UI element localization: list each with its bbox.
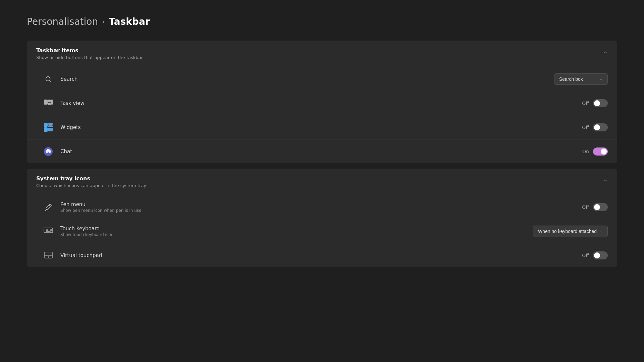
- chat-toggle[interactable]: [593, 147, 608, 156]
- taskbar-items-subtitle: Show or hide buttons that appear on the …: [36, 55, 143, 60]
- system-tray-section: System tray icons Choose which icons can…: [27, 169, 617, 267]
- virtual-touchpad-toggle-thumb: [594, 252, 600, 258]
- widgets-toggle[interactable]: [593, 123, 608, 131]
- virtual-touchpad-label: Virtual touchpad: [60, 252, 102, 258]
- task-view-label: Task view: [60, 100, 85, 106]
- task-view-toggle[interactable]: [593, 99, 608, 107]
- touch-keyboard-label: Touch keyboard: [60, 226, 113, 232]
- svg-rect-6: [44, 123, 48, 127]
- virtual-touchpad-setting-row: Virtual touchpad Off: [27, 243, 617, 267]
- pen-menu-toggle-track: [593, 203, 608, 211]
- task-view-status: Off: [582, 101, 589, 106]
- svg-rect-7: [48, 123, 53, 125]
- chat-label: Chat: [60, 148, 72, 155]
- touch-keyboard-dropdown-value: When no keyboard attached: [538, 229, 597, 234]
- chat-toggle-thumb: [601, 148, 607, 155]
- breadcrumb: Personalisation › Taskbar: [27, 16, 617, 27]
- chat-setting-row: Chat On: [27, 139, 617, 163]
- taskbar-items-title: Taskbar items: [36, 47, 143, 54]
- svg-rect-16: [44, 228, 53, 233]
- taskbar-items-section: Taskbar items Show or hide buttons that …: [27, 41, 617, 163]
- virtual-touchpad-toggle[interactable]: [593, 251, 608, 259]
- virtual-touchpad-status: Off: [582, 253, 589, 258]
- svg-point-15: [45, 210, 46, 211]
- system-tray-header[interactable]: System tray icons Choose which icons can…: [27, 169, 617, 195]
- task-view-toggle-track: [593, 99, 608, 107]
- touch-keyboard-description: Show touch keyboard icon: [60, 232, 113, 237]
- touch-keyboard-dropdown[interactable]: When no keyboard attached ⌄: [533, 226, 608, 237]
- svg-point-14: [47, 149, 50, 152]
- breadcrumb-current: Taskbar: [109, 16, 150, 27]
- widgets-toggle-track: [593, 123, 608, 131]
- taskbar-items-header[interactable]: Taskbar items Show or hide buttons that …: [27, 41, 617, 67]
- svg-rect-3: [48, 100, 51, 102]
- task-view-toggle-thumb: [594, 100, 600, 106]
- pen-menu-label: Pen menu: [60, 201, 141, 207]
- touch-keyboard-dropdown-chevron-icon: ⌄: [599, 229, 603, 234]
- pen-menu-icon: [43, 202, 54, 213]
- touch-keyboard-icon: [43, 226, 54, 237]
- svg-point-0: [46, 76, 50, 81]
- svg-line-1: [50, 80, 51, 82]
- pen-menu-toggle[interactable]: [593, 203, 608, 211]
- chat-status: On: [582, 149, 589, 154]
- widgets-status: Off: [582, 125, 589, 130]
- chat-toggle-track: [593, 147, 608, 156]
- search-dropdown[interactable]: Search box ⌄: [554, 73, 608, 85]
- search-icon: [43, 74, 54, 84]
- task-view-setting-row: Task view Off: [27, 91, 617, 115]
- breadcrumb-separator: ›: [102, 18, 105, 26]
- taskbar-items-chevron-icon: ⌃: [603, 51, 608, 57]
- widgets-label: Widgets: [60, 124, 81, 130]
- search-dropdown-chevron-icon: ⌄: [599, 77, 603, 81]
- svg-rect-4: [48, 103, 51, 105]
- chat-icon: [43, 146, 54, 157]
- svg-rect-5: [51, 100, 53, 105]
- pen-menu-status: Off: [582, 204, 589, 210]
- virtual-touchpad-toggle-track: [593, 251, 608, 259]
- touch-keyboard-setting-row: Touch keyboard Show touch keyboard icon …: [27, 219, 617, 243]
- task-view-icon: [43, 98, 54, 109]
- system-tray-subtitle: Choose which icons can appear in the sys…: [36, 183, 146, 188]
- pen-menu-toggle-thumb: [594, 204, 600, 210]
- breadcrumb-parent[interactable]: Personalisation: [27, 16, 98, 27]
- virtual-touchpad-icon: [43, 250, 54, 261]
- widgets-setting-row: Widgets Off: [27, 115, 617, 139]
- svg-rect-9: [44, 127, 48, 132]
- svg-rect-2: [44, 100, 48, 105]
- svg-rect-8: [48, 125, 53, 127]
- pen-menu-description: Show pen menu icon when pen is in use: [60, 208, 141, 213]
- search-setting-row: Search Search box ⌄: [27, 67, 617, 91]
- search-label: Search: [60, 76, 78, 82]
- search-dropdown-value: Search box: [559, 76, 583, 82]
- system-tray-title: System tray icons: [36, 175, 146, 182]
- widgets-icon: [43, 122, 54, 133]
- svg-rect-10: [48, 128, 53, 131]
- widgets-toggle-thumb: [594, 124, 600, 130]
- pen-menu-setting-row: Pen menu Show pen menu icon when pen is …: [27, 195, 617, 219]
- system-tray-chevron-icon: ⌃: [603, 179, 608, 185]
